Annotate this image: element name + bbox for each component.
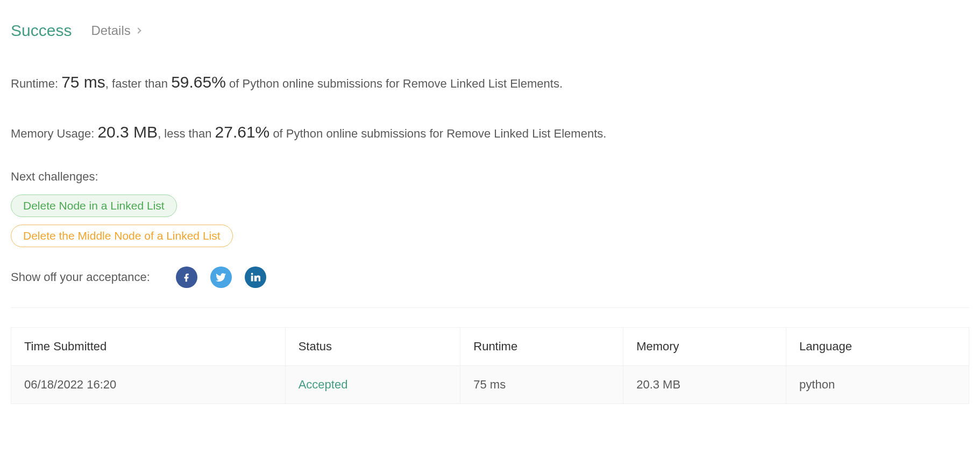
th-time: Time Submitted [11,328,286,366]
th-runtime: Runtime [460,328,623,366]
share-label: Show off your acceptance: [11,270,150,284]
status-label: Success [11,21,72,40]
challenge-pill-medium[interactable]: Delete the Middle Node of a Linked List [11,225,233,247]
chevron-right-icon [135,27,141,33]
td-runtime: 75 ms [460,366,623,404]
th-language: Language [786,328,969,366]
td-memory: 20.3 MB [623,366,786,404]
facebook-icon[interactable] [176,266,197,288]
td-time: 06/18/2022 16:20 [11,366,286,404]
details-text: Details [91,23,130,38]
linkedin-icon[interactable] [245,266,266,288]
runtime-tail: of Python online submissions for Remove … [226,77,563,90]
twitter-icon[interactable] [210,266,232,288]
memory-value: 20.3 MB [97,123,158,141]
memory-label: Memory Usage: [11,127,97,140]
next-challenges-label: Next challenges: [11,170,969,184]
memory-tail: of Python online submissions for Remove … [269,127,606,140]
runtime-stat: Runtime: 75 ms, faster than 59.65% of Py… [11,70,969,94]
runtime-value: 75 ms [61,73,105,91]
details-link[interactable]: Details [91,23,140,38]
td-language: python [786,366,969,404]
th-status: Status [285,328,460,366]
memory-sep1: , less than [158,127,215,140]
runtime-label: Runtime: [11,77,61,90]
runtime-percent: 59.65% [171,73,226,91]
runtime-sep1: , faster than [105,77,171,90]
memory-percent: 27.61% [215,123,270,141]
th-memory: Memory [623,328,786,366]
td-status[interactable]: Accepted [285,366,460,404]
submissions-table: Time Submitted Status Runtime Memory Lan… [11,327,969,404]
memory-stat: Memory Usage: 20.3 MB, less than 27.61% … [11,120,969,144]
challenge-pill-easy[interactable]: Delete Node in a Linked List [11,195,177,217]
table-row[interactable]: 06/18/2022 16:20 Accepted 75 ms 20.3 MB … [11,366,969,404]
